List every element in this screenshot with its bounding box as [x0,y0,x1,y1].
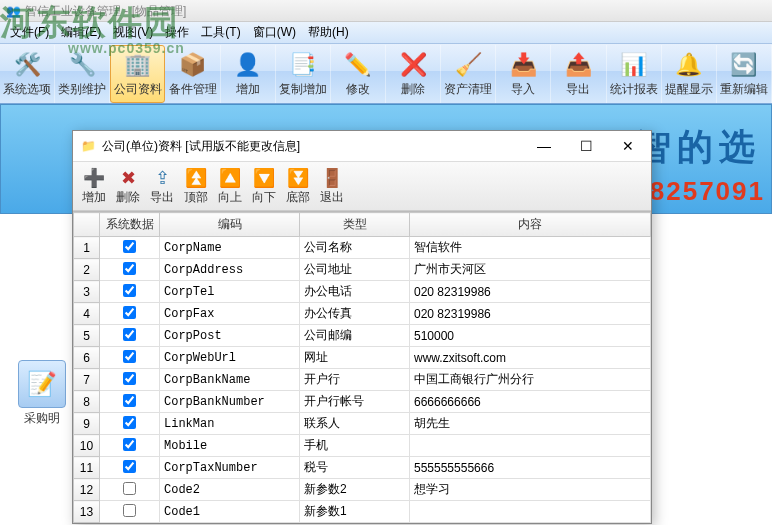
row-code[interactable]: CorpFax [160,303,300,325]
menu-operate[interactable]: 操作 [159,24,195,41]
tb-import[interactable]: 📥导入 [496,45,551,103]
maximize-button[interactable]: ☐ [565,132,607,160]
tb-corpinfo[interactable]: 🏢公司资料 [110,45,165,103]
close-button[interactable]: ✕ [607,132,649,160]
table-row[interactable]: 12Code2新参数2想学习 [74,479,651,501]
tb-export[interactable]: 📤导出 [551,45,606,103]
col-rownum[interactable] [74,213,100,237]
sysdata-checkbox[interactable] [123,372,136,385]
tb-reedit[interactable]: 🔄重新编辑 [717,45,772,103]
menu-window[interactable]: 窗口(W) [247,24,302,41]
tb-add[interactable]: 👤增加 [221,45,276,103]
row-type[interactable]: 新参数3 [300,523,410,524]
row-content[interactable]: 中国工商银行广州分行 [410,369,651,391]
row-content[interactable]: www.zxitsoft.com [410,347,651,369]
table-row[interactable]: 11CorpTaxNumber税号555555555666 [74,457,651,479]
row-type[interactable]: 公司名称 [300,237,410,259]
dlg-top-button[interactable]: ⏫顶部 [179,163,213,209]
menu-file[interactable]: 文件(F) [4,24,55,41]
table-row[interactable]: 4CorpFax办公传真020 82319986 [74,303,651,325]
table-row[interactable]: 7CorpBankName开户行中国工商银行广州分行 [74,369,651,391]
row-sysdata[interactable] [100,457,160,479]
row-code[interactable]: Mobile [160,435,300,457]
row-code[interactable]: LinkMan [160,413,300,435]
row-code[interactable]: CorpName [160,237,300,259]
row-type[interactable]: 公司邮编 [300,325,410,347]
row-type[interactable]: 联系人 [300,413,410,435]
row-sysdata[interactable] [100,281,160,303]
row-sysdata[interactable] [100,413,160,435]
row-sysdata[interactable] [100,435,160,457]
col-type[interactable]: 类型 [300,213,410,237]
row-sysdata[interactable] [100,391,160,413]
row-content[interactable]: 想学习 [410,479,651,501]
row-code[interactable]: CorpAddress [160,259,300,281]
side-purchase[interactable]: 📝 采购明 [12,360,72,427]
row-sysdata[interactable] [100,523,160,524]
row-type[interactable]: 手机 [300,435,410,457]
col-sysdata[interactable]: 系统数据 [100,213,160,237]
table-row[interactable]: 9LinkMan联系人胡先生 [74,413,651,435]
row-content[interactable]: 智信软件 [410,237,651,259]
tb-spare[interactable]: 📦备件管理 [165,45,220,103]
row-code[interactable]: Code3 [160,523,300,524]
sysdata-checkbox[interactable] [123,328,136,341]
dialog-titlebar[interactable]: 📁 公司(单位)资料 [试用版不能更改信息] — ☐ ✕ [73,131,651,161]
row-type[interactable]: 新参数2 [300,479,410,501]
sysdata-checkbox[interactable] [123,438,136,451]
row-code[interactable]: CorpTaxNumber [160,457,300,479]
row-content[interactable] [410,435,651,457]
row-sysdata[interactable] [100,237,160,259]
table-row[interactable]: 14Code3新参数3 [74,523,651,524]
col-code[interactable]: 编码 [160,213,300,237]
tb-assetclean[interactable]: 🧹资产清理 [441,45,496,103]
dlg-up-button[interactable]: 🔼向上 [213,163,247,209]
row-content[interactable] [410,501,651,523]
row-content[interactable]: 020 82319986 [410,281,651,303]
dlg-delete-button[interactable]: ✖删除 [111,163,145,209]
row-code[interactable]: CorpTel [160,281,300,303]
tb-modify[interactable]: ✏️修改 [331,45,386,103]
sysdata-checkbox[interactable] [123,460,136,473]
sysdata-checkbox[interactable] [123,504,136,517]
menu-help[interactable]: 帮助(H) [302,24,355,41]
row-content[interactable]: 胡先生 [410,413,651,435]
row-content[interactable]: 510000 [410,325,651,347]
col-content[interactable]: 内容 [410,213,651,237]
row-sysdata[interactable] [100,325,160,347]
row-content[interactable] [410,523,651,524]
row-content[interactable]: 广州市天河区 [410,259,651,281]
sysdata-checkbox[interactable] [123,284,136,297]
table-row[interactable]: 2CorpAddress公司地址广州市天河区 [74,259,651,281]
sysdata-checkbox[interactable] [123,394,136,407]
table-row[interactable]: 1CorpName公司名称智信软件 [74,237,651,259]
tb-remind[interactable]: 🔔提醒显示 [662,45,717,103]
row-type[interactable]: 税号 [300,457,410,479]
row-code[interactable]: CorpBankNumber [160,391,300,413]
row-sysdata[interactable] [100,259,160,281]
tb-copyadd[interactable]: 📑复制增加 [276,45,331,103]
sysdata-checkbox[interactable] [123,262,136,275]
dlg-down-button[interactable]: 🔽向下 [247,163,281,209]
row-sysdata[interactable] [100,303,160,325]
row-content[interactable]: 6666666666 [410,391,651,413]
table-row[interactable]: 5CorpPost公司邮编510000 [74,325,651,347]
row-content[interactable]: 555555555666 [410,457,651,479]
tb-sysopt[interactable]: 🛠️系统选项 [0,45,55,103]
tb-catmaint[interactable]: 🔧类别维护 [55,45,110,103]
row-sysdata[interactable] [100,501,160,523]
tb-statrep[interactable]: 📊统计报表 [607,45,662,103]
row-type[interactable]: 开户行帐号 [300,391,410,413]
dlg-exit-button[interactable]: 🚪退出 [315,163,349,209]
table-row[interactable]: 6CorpWebUrl网址www.zxitsoft.com [74,347,651,369]
menu-edit[interactable]: 编辑(E) [55,24,107,41]
table-row[interactable]: 3CorpTel办公电话020 82319986 [74,281,651,303]
minimize-button[interactable]: — [523,132,565,160]
row-sysdata[interactable] [100,369,160,391]
table-row[interactable]: 8CorpBankNumber开户行帐号6666666666 [74,391,651,413]
sysdata-checkbox[interactable] [123,306,136,319]
menu-view[interactable]: 视图(V) [107,24,159,41]
row-content[interactable]: 020 82319986 [410,303,651,325]
row-type[interactable]: 公司地址 [300,259,410,281]
row-type[interactable]: 新参数1 [300,501,410,523]
